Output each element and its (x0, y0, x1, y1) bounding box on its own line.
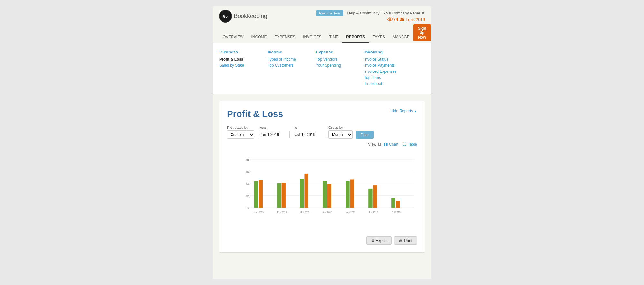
svg-text:Jan 2019: Jan 2019 (254, 211, 264, 214)
resume-tour-button[interactable]: Resume Tour (316, 10, 343, 16)
bar-mar-expense (304, 174, 308, 208)
svg-text:Feb 2019: Feb 2019 (277, 211, 287, 214)
bar-jun-expense (373, 185, 377, 208)
logo-area: Go Bookkeeping (219, 10, 267, 23)
view-as-group: View as ▮▮ Chart | ☷ Table (368, 142, 417, 147)
bar-jul-expense (396, 201, 400, 208)
report-header: Profit & Loss Hide Reports (227, 109, 417, 119)
filter-dates-label: Pick dates by (227, 126, 254, 129)
expense-col-title: Expense (316, 50, 355, 54)
nav-item-invoices[interactable]: INVOICES (299, 32, 325, 43)
view-divider: | (400, 142, 401, 147)
svg-text:May 2019: May 2019 (346, 211, 355, 214)
export-button[interactable]: ⇓ Export (366, 236, 392, 245)
bar-may-expense (350, 180, 354, 208)
filter-from-input[interactable] (258, 131, 290, 138)
report-title: Profit & Loss (227, 109, 283, 119)
svg-text:$6k: $6k (246, 170, 251, 174)
bar-may-income (346, 181, 349, 208)
dropdown-top-items[interactable]: Top Items (364, 75, 403, 80)
nav-item-income[interactable]: INCOME (247, 32, 270, 43)
bar-jan-income (254, 181, 258, 208)
bottom-actions: ⇓ Export 🖶 Print (227, 236, 417, 245)
svg-text:$4k: $4k (246, 182, 251, 185)
filter-dates-group: Pick dates by Custom This Year Last Year (227, 126, 254, 139)
dropdown-col-business: Business Profit & Loss Sales by State (219, 50, 258, 88)
report-card: Profit & Loss Hide Reports Pick dates by… (219, 101, 425, 253)
loss-amount: -$774.39 (387, 17, 404, 22)
nav-item-time[interactable]: TIME (326, 32, 343, 43)
signup-button[interactable]: Sign Up Now (413, 24, 431, 41)
dropdown-invoice-status[interactable]: Invoice Status (364, 57, 403, 62)
bar-jul-income (391, 198, 395, 208)
dropdown-sales-by-state[interactable]: Sales by State (219, 63, 258, 68)
header-right: Resume Tour Help & Community Your Compan… (316, 10, 425, 22)
bar-jan-expense (259, 180, 263, 208)
reports-dropdown: Business Profit & Loss Sales by State In… (213, 43, 431, 94)
svg-text:Mar 2019: Mar 2019 (300, 211, 309, 214)
loss-label: Loss 2019 (406, 17, 425, 22)
app-name: Bookkeeping (234, 13, 267, 20)
dropdown-col-expense: Expense Top Vendors Your Spending (316, 50, 355, 88)
print-icon: 🖶 (399, 238, 403, 243)
nav-item-taxes[interactable]: TAXES (369, 32, 389, 43)
filter-to-input[interactable] (293, 131, 325, 138)
table-view-button[interactable]: ☷ Table (403, 142, 417, 147)
dropdown-invoiced-expenses[interactable]: Invoiced Expenses (364, 69, 403, 74)
chart-icon: ▮▮ (384, 142, 388, 147)
nav-item-manage[interactable]: MANAGE (389, 32, 413, 43)
main-container: Go Bookkeeping Resume Tour Help & Commun… (213, 6, 431, 279)
bar-feb-income (277, 183, 281, 208)
nav-item-reports[interactable]: REPORTS (342, 32, 369, 43)
business-col-title: Business (219, 50, 258, 54)
filter-to-group: To (293, 126, 325, 138)
logo-icon: Go (219, 10, 232, 23)
svg-text:$2k: $2k (246, 195, 251, 198)
filter-groupby-group: Group by Month Quarter Year (328, 126, 353, 139)
filter-from-label: From (258, 126, 290, 130)
dropdown-timesheet[interactable]: Timesheet (364, 81, 403, 86)
filter-dates-select[interactable]: Custom This Year Last Year (227, 130, 254, 139)
svg-text:$0: $0 (247, 206, 250, 210)
nav-item-expenses[interactable]: EXPENSES (270, 32, 299, 43)
bar-mar-income (300, 179, 304, 208)
content-area: Profit & Loss Hide Reports Pick dates by… (213, 94, 431, 259)
bar-apr-expense (327, 184, 331, 208)
bar-apr-income (323, 181, 327, 208)
page-wrapper: Go Bookkeeping Resume Tour Help & Commun… (0, 0, 644, 285)
chart-container: $8k $6k $4k $2k $0 Jan 2019 (227, 153, 417, 231)
invoicing-col-title: Invoicing (364, 50, 403, 54)
hide-reports-link[interactable]: Hide Reports (390, 109, 417, 113)
bar-feb-expense (282, 183, 286, 208)
company-name[interactable]: Your Company Name ▼ (384, 11, 425, 15)
svg-text:$8k: $8k (246, 158, 251, 162)
nav-item-overview[interactable]: OVERVIEW (219, 32, 247, 43)
svg-text:Go: Go (223, 15, 228, 18)
svg-text:Jun 2019: Jun 2019 (369, 211, 378, 214)
table-icon: ☷ (403, 142, 407, 147)
svg-text:Apr 2019: Apr 2019 (323, 211, 332, 214)
filter-button[interactable]: Filter (356, 131, 374, 139)
filter-groupby-label: Group by (328, 126, 353, 129)
main-nav: OVERVIEW INCOME EXPENSES INVOICES TIME R… (219, 31, 413, 43)
chart-view-button[interactable]: ▮▮ Chart (384, 142, 398, 147)
dropdown-invoice-payments[interactable]: Invoice Payments (364, 63, 403, 68)
header-top: Go Bookkeeping Resume Tour Help & Commun… (219, 10, 425, 23)
view-as-label: View as (368, 142, 382, 147)
help-link[interactable]: Help & Community (347, 11, 379, 15)
export-icon: ⇓ (371, 238, 374, 243)
dropdown-your-spending[interactable]: Your Spending (316, 63, 355, 68)
print-button[interactable]: 🖶 Print (394, 236, 417, 245)
dropdown-top-customers[interactable]: Top Customers (268, 63, 306, 68)
dropdown-top-vendors[interactable]: Top Vendors (316, 57, 355, 62)
filter-groupby-select[interactable]: Month Quarter Year (328, 130, 353, 139)
loss-display: -$774.39 Loss 2019 (387, 17, 425, 22)
dropdown-col-invoicing: Invoicing Invoice Status Invoice Payment… (364, 50, 403, 88)
filter-bar: Pick dates by Custom This Year Last Year… (227, 126, 417, 147)
header: Go Bookkeeping Resume Tour Help & Commun… (213, 6, 431, 43)
profit-loss-chart: $8k $6k $4k $2k $0 Jan 2019 (240, 156, 417, 221)
income-col-title: Income (268, 50, 306, 54)
dropdown-profit-loss[interactable]: Profit & Loss (219, 57, 258, 62)
dropdown-types-of-income[interactable]: Types of Income (268, 57, 306, 62)
filter-to-label: To (293, 126, 325, 130)
